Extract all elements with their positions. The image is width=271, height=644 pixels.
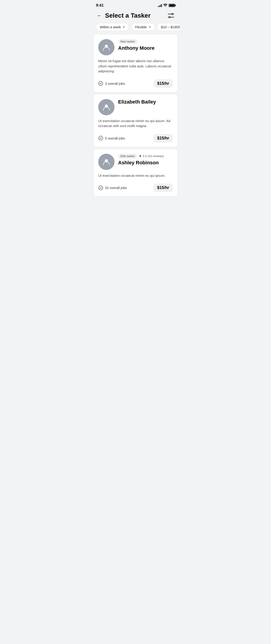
svg-point-5 [99,82,103,86]
rating-reviews-ashley: (42 reviews) [148,154,164,158]
status-bar: 9:41 [91,0,180,9]
filter-chips: Within a week ✕ Flexible ✕ $10 – $195/hr [91,23,180,34]
tasker-description-ashley: Ut exercitation occaecat minim eu qui ip… [98,173,173,178]
price-badge-elizabeth: $15/hr [154,134,173,142]
person-icon [102,43,110,51]
tasker-name-anthony: Anthony Moore [118,45,173,51]
tasker-card-ashley[interactable]: Elite tasker ★ 5.0 (42 reviews) Ashley R… [94,149,177,197]
avatar-ashley [98,154,114,170]
chip-flexible-close[interactable]: ✕ [149,25,151,29]
jobs-count-elizabeth: 0 overall jobs [98,136,125,140]
person-icon [102,158,110,166]
tasker-header-ashley: Elite tasker ★ 5.0 (42 reviews) Ashley R… [98,154,173,170]
back-arrow-icon: ← [97,13,102,18]
check-circle-icon [98,185,103,190]
tasker-footer-elizabeth: 0 overall jobs $15/hr [98,134,173,142]
badge-row-anthony: New tasker [118,39,173,44]
tasker-footer-ashley: 32 overall jobs $15/hr [98,184,173,192]
check-circle-icon [98,136,103,140]
avatar-anthony [98,39,114,56]
battery-icon [169,4,175,7]
svg-point-1 [172,13,173,15]
svg-point-3 [169,16,170,18]
chip-price-label: $10 – $195/hr [161,25,180,29]
jobs-count-anthony: 3 overall jobs [98,81,125,86]
page-title: Select a Tasker [105,12,167,19]
tasker-header-anthony: New tasker Anthony Moore [98,39,173,56]
svg-point-9 [99,186,103,190]
tasker-name-elizabeth: Elizabeth Bailey [118,99,173,105]
jobs-count-label-ashley: 32 overall jobs [105,186,127,190]
star-icon: ★ [139,154,142,158]
tasker-description-anthony: Minim sit fugiat est dolor laboris nisi … [98,58,173,74]
tasker-footer-anthony: 3 overall jobs $15/hr [98,79,173,88]
tasker-info-elizabeth: Elizabeth Bailey [118,99,173,105]
status-icons [158,4,175,8]
rating-value-ashley: 5.0 [143,154,147,158]
status-time: 9:41 [96,3,104,8]
signal-icon [158,4,162,7]
tasker-info-anthony: New tasker Anthony Moore [118,39,173,51]
price-badge-ashley: $15/hr [154,184,173,192]
tasker-header-elizabeth: Elizabeth Bailey [98,99,173,115]
badge-new-tasker: New tasker [118,39,137,44]
filter-icon [168,13,174,18]
svg-point-7 [99,136,103,140]
chip-week-close[interactable]: ✕ [123,25,125,29]
jobs-count-label-anthony: 3 overall jobs [105,82,125,86]
tasker-name-ashley: Ashley Robinson [118,160,173,166]
tasker-card-elizabeth[interactable]: Elizabeth Bailey Ut exercitation occaeca… [94,94,177,147]
chip-flexible-label: Flexible [135,25,147,29]
chip-week[interactable]: Within a week ✕ [96,23,129,31]
tasker-description-elizabeth: Ut exercitation occaecat minim eu qui ip… [98,118,173,128]
person-icon [102,103,110,111]
wifi-icon [163,4,167,8]
page-header: ← Select a Tasker [91,9,180,23]
tasker-card-anthony[interactable]: New tasker Anthony Moore Minim sit fugia… [94,34,177,92]
jobs-count-ashley: 32 overall jobs [98,185,127,190]
chip-flexible[interactable]: Flexible ✕ [131,23,155,31]
filter-button[interactable] [167,12,175,19]
back-button[interactable]: ← [96,12,103,20]
badge-elite-tasker: Elite tasker [118,154,137,158]
chip-week-label: Within a week [100,25,121,29]
badge-row-ashley: Elite tasker ★ 5.0 (42 reviews) [118,154,173,158]
price-badge-anthony: $15/hr [154,79,173,88]
chip-price[interactable]: $10 – $195/hr [157,23,180,31]
tasker-rating-ashley: ★ 5.0 (42 reviews) [139,154,164,158]
jobs-count-label-elizabeth: 0 overall jobs [105,136,125,140]
taskers-list: New tasker Anthony Moore Minim sit fugia… [91,34,180,201]
check-circle-icon [98,81,103,86]
tasker-info-ashley: Elite tasker ★ 5.0 (42 reviews) Ashley R… [118,154,173,166]
avatar-elizabeth [98,99,114,115]
